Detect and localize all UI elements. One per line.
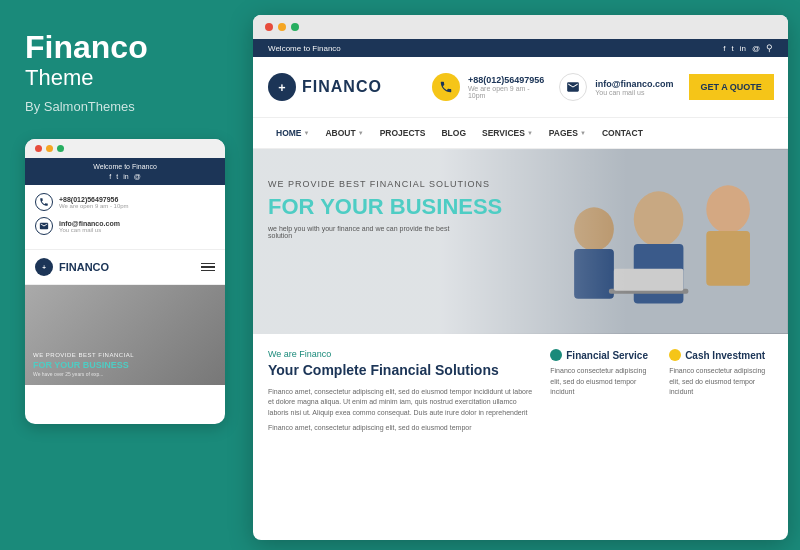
site-content: We are Financo Your Complete Financial S… [253,334,788,454]
phone-number: +88(012)56497956 [468,75,544,85]
mobile-window-controls [25,139,225,158]
mobile-topbar-text: Welcome to Financo [33,163,217,170]
mobile-navbar: + FINANCO [25,250,225,285]
site-logo-text: FINANCO [302,78,382,96]
site-header-phone: +88(012)56497956 We are open 9 am - 10pm [432,73,544,101]
site-topbar-text: Welcome to Financo [268,44,341,53]
browser-dot-green[interactable] [291,23,299,31]
service2-icon [669,349,681,361]
mobile-mockup: Welcome to Financo f t in @ +88(012)5649… [25,139,225,424]
nav-contact[interactable]: CONTACT [594,118,651,148]
services-columns: Financial Service Financo consectetur ad… [550,349,773,398]
nav-about[interactable]: ABOUT ▼ [317,118,371,148]
mobile-phone-icon [35,193,53,211]
tw-icon: t [116,173,118,180]
service1-icon [550,349,562,361]
content-left: We are Financo Your Complete Financial S… [268,349,535,439]
dot-red [35,145,42,152]
about-arrow: ▼ [358,130,364,136]
mobile-hero-content: WE PROVIDE BEST FINANCIAL FOR YOUR BUSIN… [33,352,134,377]
browser-dot-red[interactable] [265,23,273,31]
site-fb-icon[interactable]: f [723,44,725,53]
cash-investment-col: Cash Investment Financo consectetur adip… [669,349,773,398]
brand-subtitle: Theme [25,65,220,91]
service2-body: Financo consectetur adipiscing elit, sed… [669,366,773,398]
content-right: Financial Service Financo consectetur ad… [550,349,773,439]
hero-content: WE PROVIDE BEST FINANCIAL SOLUTIONS FOR … [268,179,502,239]
in-icon: in [123,173,128,180]
hero-overlay [253,149,788,334]
email-address: info@financo.com [595,79,673,89]
get-quote-button[interactable]: GET A QUOTE [689,74,774,100]
site-in-icon[interactable]: in [740,44,746,53]
site-logo-icon: + [268,73,296,101]
mobile-logo-icon: + [35,258,53,276]
mobile-hamburger-icon[interactable] [201,263,215,272]
at-icon: @ [134,173,141,180]
mobile-hero: WE PROVIDE BEST FINANCIAL FOR YOUR BUSIN… [25,285,225,385]
mobile-email-icon [35,217,53,235]
email-icon [559,73,587,101]
nav-home[interactable]: HOME ▼ [268,118,317,148]
site-tw-icon[interactable]: t [731,44,733,53]
content-main-title: Your Complete Financial Solutions [268,362,535,379]
mobile-phone-text: +88(012)56497956 We are open 9 am - 10pm [59,196,129,209]
site-topbar-right: f t in @ ⚲ [723,43,773,53]
dot-yellow [46,145,53,152]
email-sub: You can mail us [595,89,673,96]
mobile-email-text: info@financo.com You can mail us [59,220,120,233]
email-contact-info: info@financo.com You can mail us [595,79,673,96]
hero-subtitle: WE PROVIDE BEST FINANCIAL SOLUTIONS [268,179,502,189]
dot-green [57,145,64,152]
phone-icon [432,73,460,101]
site-nav: HOME ▼ ABOUT ▼ PROJECTS BLOG SERVICES ▼ … [253,118,788,149]
brand-title: Financo [25,30,220,65]
home-arrow: ▼ [304,130,310,136]
services-arrow: ▼ [527,130,533,136]
site-header: + FINANCO +88(012)56497956 We are open 9… [253,57,788,118]
phone-sub: We are open 9 am - 10pm [468,85,544,99]
browser-chrome [253,15,788,39]
content-body-1: Financo amet, consectetur adipiscing eli… [268,387,535,419]
nav-blog[interactable]: BLOG [433,118,474,148]
site-topbar: Welcome to Financo f t in @ ⚲ [253,39,788,57]
hero-tagline: we help you with your finance and we can… [268,225,468,239]
site-at-icon[interactable]: @ [752,44,760,53]
service1-body: Financo consectetur adipiscing elit, sed… [550,366,654,398]
mobile-topbar: Welcome to Financo f t in @ [25,158,225,185]
browser-dot-yellow[interactable] [278,23,286,31]
left-panel: Financo Theme By SalmonThemes Welcome to… [0,0,245,550]
mobile-social-icons: f t in @ [33,173,217,180]
mobile-email-item: info@financo.com You can mail us [35,217,215,235]
site-logo: + FINANCO [268,73,382,101]
mobile-logo: + FINANCO [35,258,109,276]
we-are-label: We are Financo [268,349,535,359]
svg-text:+: + [278,81,285,95]
phone-contact-info: +88(012)56497956 We are open 9 am - 10pm [468,75,544,99]
service1-title: Financial Service [550,349,654,361]
nav-projects[interactable]: PROJECTS [372,118,434,148]
browser-mockup: Welcome to Financo f t in @ ⚲ + FINANCO … [253,15,788,540]
svg-text:+: + [42,264,46,271]
nav-pages[interactable]: PAGES ▼ [541,118,594,148]
service2-title: Cash Investment [669,349,773,361]
fb-icon: f [109,173,111,180]
financial-service-col: Financial Service Financo consectetur ad… [550,349,654,398]
site-header-email: info@financo.com You can mail us [559,73,673,101]
site-search-icon[interactable]: ⚲ [766,43,773,53]
mobile-phone-item: +88(012)56497956 We are open 9 am - 10pm [35,193,215,211]
content-body-2: Financo amet, consectetur adipiscing eli… [268,423,535,434]
mobile-contact-section: +88(012)56497956 We are open 9 am - 10pm… [25,185,225,250]
pages-arrow: ▼ [580,130,586,136]
hero-title: FOR YOUR BUSINESS [268,195,502,219]
brand-by: By SalmonThemes [25,99,220,114]
nav-services[interactable]: SERVICES ▼ [474,118,541,148]
site-hero: WE PROVIDE BEST FINANCIAL SOLUTIONS FOR … [253,149,788,334]
